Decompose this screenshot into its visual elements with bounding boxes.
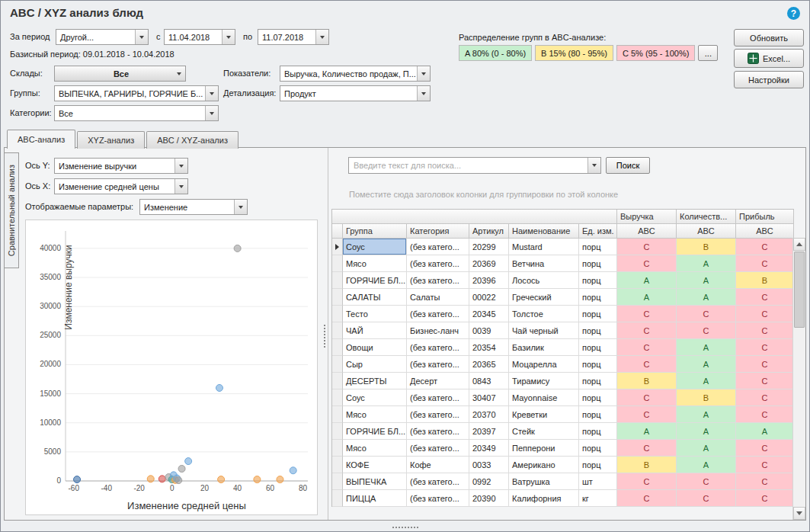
cell-abc-0[interactable]: C bbox=[617, 322, 677, 339]
cell-sku[interactable]: 20299 bbox=[469, 239, 509, 255]
row-indicator[interactable] bbox=[332, 272, 343, 289]
column-header-unit[interactable]: Ед. изм. bbox=[579, 224, 617, 239]
cell-abc-0[interactable]: C bbox=[617, 339, 677, 356]
cell-abc-2[interactable]: C bbox=[736, 473, 794, 490]
table-row[interactable]: Соус(без катего...20299MustardпорцCBC bbox=[332, 239, 794, 255]
cell-abc-2[interactable]: C bbox=[736, 440, 794, 457]
cell-abc-2[interactable]: C bbox=[736, 339, 794, 356]
cell-name[interactable]: Греческий bbox=[509, 289, 579, 306]
display-params-select[interactable]: Изменение bbox=[139, 199, 248, 215]
column-group-quantity[interactable]: Количеств... bbox=[677, 210, 736, 224]
analysis-tab-0[interactable]: ABC-анализ bbox=[7, 130, 75, 149]
cell-abc-0[interactable]: C bbox=[617, 440, 677, 457]
cell-category[interactable]: (без катего... bbox=[407, 423, 469, 440]
cell-abc-1[interactable]: A bbox=[677, 406, 736, 423]
cell-abc-0[interactable]: C bbox=[617, 239, 677, 255]
table-row[interactable]: Овощи(без катего...20354БазиликпорцCAC bbox=[332, 339, 794, 356]
cell-unit[interactable]: порц bbox=[579, 457, 617, 473]
cell-category[interactable]: (без катего... bbox=[407, 490, 469, 507]
help-icon[interactable]: ? bbox=[787, 7, 800, 20]
date-from-select[interactable]: 11.04.2018 bbox=[164, 29, 235, 45]
table-row[interactable]: Соус(без катего...30407MayonnaiseпорцCBC bbox=[332, 389, 794, 406]
cell-sku[interactable]: 0843 bbox=[469, 373, 509, 389]
axis-x-select[interactable]: Изменение средней цены bbox=[54, 178, 188, 194]
cell-group[interactable]: Соус bbox=[343, 389, 407, 406]
table-row[interactable]: Мясо(без катего...20369ВетчинапорцCAC bbox=[332, 255, 794, 272]
column-header-sku[interactable]: Артикул bbox=[469, 224, 509, 239]
cell-name[interactable]: Ветчина bbox=[509, 255, 579, 272]
cell-sku[interactable]: 00022 bbox=[469, 289, 509, 306]
cell-name[interactable]: Стейк bbox=[509, 423, 579, 440]
axis-y-select[interactable]: Изменение выручки bbox=[54, 158, 188, 174]
column-group-profit[interactable]: Прибыль bbox=[736, 210, 794, 224]
cell-abc-0[interactable]: C bbox=[617, 473, 677, 490]
cell-name[interactable]: Mayonnaise bbox=[509, 389, 579, 406]
cell-sku[interactable]: 20396 bbox=[469, 272, 509, 289]
cell-abc-0[interactable]: C bbox=[617, 255, 677, 272]
cell-group[interactable]: Мясо bbox=[343, 406, 407, 423]
cell-name[interactable]: Креветки bbox=[509, 406, 579, 423]
cell-abc-0[interactable]: C bbox=[617, 306, 677, 322]
column-header-category[interactable]: Категория bbox=[407, 224, 469, 239]
table-row[interactable]: Сыр(без катего...20365МоцареллапорцCAC bbox=[332, 356, 794, 373]
cell-unit[interactable]: порц bbox=[579, 255, 617, 272]
cell-group[interactable]: ВЫПЕЧКА bbox=[343, 473, 407, 490]
column-header-name[interactable]: Наименование bbox=[509, 224, 579, 239]
cell-name[interactable]: Базилик bbox=[509, 339, 579, 356]
date-to-select[interactable]: 11.07.2018 bbox=[258, 29, 329, 45]
table-row[interactable]: САЛАТЫСалаты00022ГреческийпорцAAC bbox=[332, 289, 794, 306]
cell-abc-2[interactable]: C bbox=[736, 255, 794, 272]
table-row[interactable]: ПИЦЦА(без катего...20390КалифорниякгCCC bbox=[332, 490, 794, 507]
table-row[interactable]: Мясо(без катего...20349ПепперонипорцCAC bbox=[332, 440, 794, 457]
cell-category[interactable]: (без катего... bbox=[407, 389, 469, 406]
column-header-abc-profit[interactable]: ABC bbox=[736, 224, 794, 239]
cell-category[interactable]: Десерт bbox=[407, 373, 469, 389]
cell-abc-2[interactable]: C bbox=[736, 406, 794, 423]
cell-abc-1[interactable]: B bbox=[677, 389, 736, 406]
search-button[interactable]: Поиск bbox=[606, 157, 650, 174]
vertical-splitter[interactable] bbox=[324, 325, 326, 348]
cell-category[interactable]: Кофе bbox=[407, 457, 469, 473]
distribution-more-button[interactable]: ... bbox=[698, 45, 718, 61]
cell-name[interactable]: Mustard bbox=[509, 239, 579, 255]
cell-abc-1[interactable]: A bbox=[677, 289, 736, 306]
cell-abc-0[interactable]: A bbox=[617, 423, 677, 440]
row-indicator[interactable] bbox=[332, 457, 343, 473]
row-indicator[interactable] bbox=[332, 239, 343, 255]
period-select[interactable]: Другой... bbox=[56, 29, 149, 45]
row-indicator[interactable] bbox=[332, 406, 343, 423]
cell-category[interactable]: Салаты bbox=[407, 289, 469, 306]
row-indicator[interactable] bbox=[332, 322, 343, 339]
cell-category[interactable]: (без катего... bbox=[407, 239, 469, 255]
cell-sku[interactable]: 0992 bbox=[469, 473, 509, 490]
search-combo[interactable] bbox=[348, 157, 601, 174]
cell-abc-0[interactable]: A bbox=[617, 289, 677, 306]
cell-abc-1[interactable]: A bbox=[677, 272, 736, 289]
cell-group[interactable]: Мясо bbox=[343, 440, 407, 457]
cell-abc-2[interactable]: B bbox=[736, 272, 794, 289]
cell-unit[interactable]: порц bbox=[579, 356, 617, 373]
cell-name[interactable]: Моцарелла bbox=[509, 356, 579, 373]
cell-abc-0[interactable]: C bbox=[617, 389, 677, 406]
cell-sku[interactable]: 30407 bbox=[469, 389, 509, 406]
cell-category[interactable]: (без катего... bbox=[407, 306, 469, 322]
cell-sku[interactable]: 0039 bbox=[469, 322, 509, 339]
cell-name[interactable]: Ватрушка bbox=[509, 473, 579, 490]
cell-abc-1[interactable]: B bbox=[677, 239, 736, 255]
row-indicator[interactable] bbox=[332, 490, 343, 507]
cell-sku[interactable]: 20370 bbox=[469, 406, 509, 423]
cell-unit[interactable]: порц bbox=[579, 239, 617, 255]
cell-sku[interactable]: 20390 bbox=[469, 490, 509, 507]
cell-abc-1[interactable]: A bbox=[677, 457, 736, 473]
table-row[interactable]: ДЕСЕРТЫДесерт0843ТирамисупорцBAC bbox=[332, 373, 794, 389]
excel-button[interactable]: Excel... bbox=[734, 49, 804, 68]
indicators-select[interactable]: Выручка, Количество продаж, П... bbox=[280, 66, 431, 82]
cell-name[interactable]: Калифорния bbox=[509, 490, 579, 507]
cell-abc-2[interactable]: A bbox=[736, 423, 794, 440]
cell-abc-0[interactable]: C bbox=[617, 490, 677, 507]
cell-unit[interactable]: порц bbox=[579, 339, 617, 356]
cell-unit[interactable]: порц bbox=[579, 289, 617, 306]
table-row[interactable]: ГОРЯЧИЕ БЛ...(без катего...20396Лососьпо… bbox=[332, 272, 794, 289]
cell-abc-2[interactable]: C bbox=[736, 322, 794, 339]
cell-unit[interactable]: порц bbox=[579, 306, 617, 322]
